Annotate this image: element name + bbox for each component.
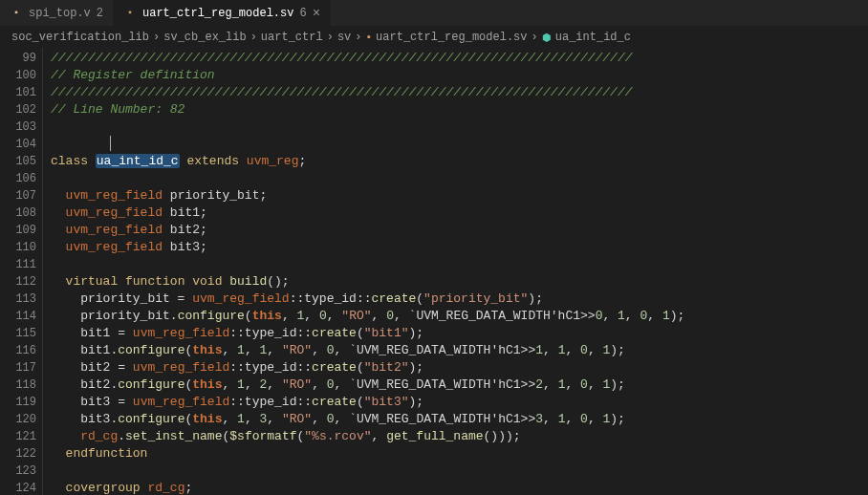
line-number: 123 bbox=[0, 463, 42, 480]
code-line[interactable]: uvm_reg_field bit1; bbox=[51, 204, 868, 222]
code-line[interactable]: bit3.configure(this, 1, 3, "RO", 0, `UVM… bbox=[51, 411, 868, 428]
code-line[interactable]: ////////////////////////////////////////… bbox=[51, 84, 868, 101]
chevron-right-icon: › bbox=[327, 31, 334, 44]
chevron-right-icon: › bbox=[532, 31, 538, 44]
line-number: 100 bbox=[0, 67, 42, 84]
file-icon: ▪ bbox=[123, 7, 137, 20]
code-line[interactable]: bit1 = uvm_reg_field::type_id::create("b… bbox=[51, 325, 868, 342]
code-line[interactable]: bit3 = uvm_reg_field::type_id::create("b… bbox=[51, 394, 868, 411]
code-line[interactable] bbox=[51, 170, 868, 187]
code-line[interactable] bbox=[51, 118, 868, 136]
breadcrumb-item[interactable]: sv_cb_ex_lib bbox=[163, 31, 246, 44]
line-number: 105 bbox=[0, 153, 42, 170]
line-number: 122 bbox=[0, 445, 42, 463]
line-number: 107 bbox=[0, 187, 42, 204]
code-line[interactable]: uvm_reg_field bit2; bbox=[51, 222, 868, 239]
code-line[interactable]: covergroup rd_cg; bbox=[51, 480, 868, 495]
line-number: 108 bbox=[0, 204, 42, 222]
code-editor[interactable]: 9910010110210310410510610710810911011111… bbox=[0, 48, 868, 495]
line-number: 118 bbox=[0, 377, 42, 394]
breadcrumb-item[interactable]: uart_ctrl bbox=[261, 31, 323, 44]
tab-badge: 6 bbox=[299, 7, 306, 20]
line-number: 115 bbox=[0, 325, 42, 342]
breadcrumb-item[interactable]: ▪uart_ctrl_reg_model.sv bbox=[365, 31, 527, 44]
code-line[interactable]: priority_bit.configure(this, 1, 0, "RO",… bbox=[51, 308, 868, 325]
chevron-right-icon: › bbox=[250, 31, 257, 44]
line-number: 116 bbox=[0, 342, 42, 359]
code-line[interactable]: bit1.configure(this, 1, 1, "RO", 0, `UVM… bbox=[51, 342, 868, 359]
breadcrumb-item[interactable]: ⬢ua_int_id_c bbox=[542, 31, 631, 44]
code-line[interactable]: ////////////////////////////////////////… bbox=[51, 50, 868, 67]
line-number: 120 bbox=[0, 411, 42, 428]
line-number: 103 bbox=[0, 118, 42, 136]
class-icon: ⬢ bbox=[542, 32, 552, 44]
line-number-gutter: 9910010110210310410510610710810911011111… bbox=[0, 48, 42, 495]
breadcrumb-item[interactable]: soc_verification_lib bbox=[11, 31, 149, 44]
line-number: 124 bbox=[0, 480, 42, 495]
code-content[interactable]: ////////////////////////////////////////… bbox=[42, 48, 868, 495]
code-line[interactable]: bit2 = uvm_reg_field::type_id::create("b… bbox=[51, 359, 868, 377]
line-number: 109 bbox=[0, 222, 42, 239]
line-number: 111 bbox=[0, 256, 42, 273]
line-number: 119 bbox=[0, 394, 42, 411]
code-line[interactable]: uvm_reg_field priority_bit; bbox=[51, 187, 868, 204]
tab-badge: 2 bbox=[97, 7, 103, 20]
tab-label: spi_top.v bbox=[29, 7, 91, 20]
file-icon: ▪ bbox=[365, 32, 372, 43]
code-line[interactable]: virtual function void build(); bbox=[51, 273, 868, 291]
breadcrumb-item[interactable]: sv bbox=[337, 31, 351, 44]
line-number: 114 bbox=[0, 308, 42, 325]
close-icon[interactable]: × bbox=[313, 7, 320, 20]
line-number: 101 bbox=[0, 84, 42, 101]
code-line[interactable]: endfunction bbox=[51, 445, 868, 463]
tab-label: uart_ctrl_reg_model.sv bbox=[142, 7, 293, 20]
tab-uart-ctrl-reg-model[interactable]: ▪ uart_ctrl_reg_model.sv 6 × bbox=[114, 0, 331, 26]
breadcrumb: soc_verification_lib › sv_cb_ex_lib › ua… bbox=[0, 27, 868, 48]
chevron-right-icon: › bbox=[153, 31, 160, 44]
code-line[interactable]: // Line Number: 82 bbox=[51, 101, 868, 118]
line-number: 110 bbox=[0, 239, 42, 256]
line-number: 99 bbox=[0, 50, 42, 67]
chevron-right-icon: › bbox=[355, 31, 361, 44]
code-line[interactable] bbox=[51, 136, 868, 153]
code-line[interactable]: // Register definition bbox=[51, 67, 868, 84]
line-number: 113 bbox=[0, 291, 42, 308]
line-number: 121 bbox=[0, 428, 42, 445]
line-number: 106 bbox=[0, 170, 42, 187]
editor-tabs: ▪ spi_top.v 2 ▪ uart_ctrl_reg_model.sv 6… bbox=[0, 0, 868, 27]
code-line[interactable]: class ua_int_id_c extends uvm_reg; bbox=[51, 153, 868, 170]
code-line[interactable]: uvm_reg_field bit3; bbox=[51, 239, 868, 256]
code-line[interactable]: bit2.configure(this, 1, 2, "RO", 0, `UVM… bbox=[51, 377, 868, 394]
code-line[interactable] bbox=[51, 256, 868, 273]
line-number: 117 bbox=[0, 359, 42, 377]
tab-spi-top[interactable]: ▪ spi_top.v 2 bbox=[0, 0, 114, 26]
text-cursor bbox=[110, 136, 111, 151]
code-line[interactable]: priority_bit = uvm_reg_field::type_id::c… bbox=[51, 291, 868, 308]
code-line[interactable] bbox=[51, 463, 868, 480]
file-icon: ▪ bbox=[10, 7, 23, 20]
line-number: 112 bbox=[0, 273, 42, 291]
line-number: 102 bbox=[0, 101, 42, 118]
code-line[interactable]: rd_cg.set_inst_name($sformatf("%s.rcov",… bbox=[51, 428, 868, 445]
line-number: 104 bbox=[0, 136, 42, 153]
